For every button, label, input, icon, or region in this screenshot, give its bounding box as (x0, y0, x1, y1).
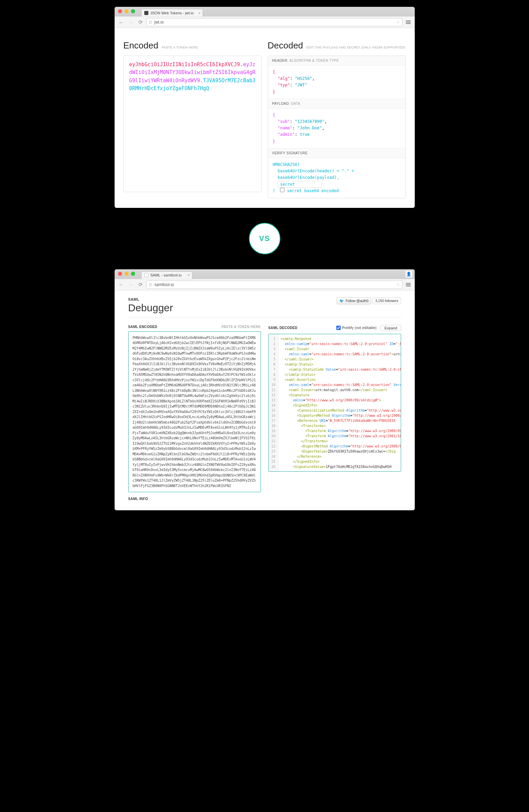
saml-decoded-box[interactable]: 1234567891011121314151617181920212223242… (268, 334, 401, 472)
window-controls (118, 272, 135, 276)
decoded-panels: HEADER: ALGORITHM & TOKEN TYPE { "alg": … (268, 56, 406, 198)
minimize-window-icon[interactable] (124, 9, 129, 13)
prettify-toggle[interactable]: Prettify (not editable) (336, 326, 377, 330)
browser-tab-strip: SAML - samltool.io × 👤 (115, 269, 415, 279)
base64-checkbox[interactable] (280, 188, 284, 192)
close-window-icon[interactable] (118, 9, 122, 13)
back-button[interactable]: ← (117, 281, 125, 288)
address-bar[interactable]: 🗋 samltool.io ☆ (146, 281, 402, 289)
decoded-heading: Decoded (268, 40, 303, 51)
signature-body: HMACSHA256( base64UrlEncode(header) + ".… (268, 158, 406, 198)
saml-title: Debugger (128, 302, 173, 314)
favicon-icon (144, 11, 148, 15)
close-window-icon[interactable] (118, 272, 122, 276)
payload-panel-title: PAYLOAD: DATA (268, 99, 406, 109)
url-text: samltool.io (155, 282, 174, 287)
secret-input[interactable] (278, 181, 322, 188)
bookmark-icon[interactable]: ☆ (396, 282, 400, 287)
xml-code: <samlp:Response xmlns:samlp="urn:oasis:n… (279, 334, 401, 471)
saml-decoded-column: SAML DECODED Prettify (not editable) Exp… (268, 325, 401, 501)
hamburger-menu-icon[interactable] (405, 282, 412, 288)
bookmark-icon[interactable]: ☆ (396, 20, 400, 25)
header-panel-title: HEADER: ALGORITHM & TOKEN TYPE (268, 56, 406, 66)
decoded-column: Decoded EDIT THE PAYLOAD AND SECRET (ONL… (268, 40, 406, 198)
close-tab-icon[interactable]: × (188, 273, 190, 277)
expand-button[interactable]: Expand (381, 325, 401, 331)
maximize-window-icon[interactable] (131, 272, 135, 276)
hamburger-menu-icon[interactable] (405, 19, 412, 25)
encoded-hint: PASTE A TOKEN HERE (162, 46, 198, 49)
saml-browser-window: SAML - samltool.io × 👤 ← → ⟳ 🗋 samltool.… (115, 269, 415, 511)
saml-encoded-hint: PASTE A TOKEN HERE (221, 325, 261, 329)
browser-toolbar: ← → ⟳ 🗋 jwt.io ☆ (115, 16, 415, 28)
saml-encoded-heading: SAML ENCODED (128, 325, 158, 329)
jwt-browser-window: JSON Web Tokens - jwt.io × ← → ⟳ 🗋 jwt.i… (115, 7, 415, 208)
header-json[interactable]: { "alg": "HS256", "typ": "JWT" } (268, 66, 406, 99)
token-header: eyJhbGciOiJIUzI1NiIsInR5cCI6IkpXVCJ9 (129, 61, 240, 68)
browser-toolbar: ← → ⟳ 🗋 samltool.io ☆ (115, 279, 415, 290)
forward-button[interactable]: → (127, 281, 135, 288)
encoded-token-box[interactable]: eyJhbGciOiJIUzI1NiIsInR5cCI6IkpXVCJ9.eyJ… (123, 56, 262, 192)
window-controls (118, 9, 135, 13)
forward-button[interactable]: → (127, 19, 135, 26)
favicon-icon (144, 273, 148, 277)
follow-button[interactable]: 🐦Follow @auth0 (337, 297, 371, 304)
url-text: jwt.io (155, 20, 164, 25)
encoded-heading: Encoded (123, 40, 159, 51)
site-info-icon: 🗋 (149, 283, 152, 287)
prettify-checkbox[interactable] (336, 326, 341, 330)
decoded-hint: EDIT THE PAYLOAD AND SECRET (ONLY HS256 … (307, 46, 406, 49)
saml-info-heading: SAML INFO (128, 497, 261, 501)
twitter-icon: 🐦 (339, 299, 344, 303)
reload-button[interactable]: ⟳ (137, 281, 144, 288)
site-info-icon: 🗋 (149, 20, 152, 24)
browser-tab[interactable]: JSON Web Tokens - jwt.io × (141, 9, 203, 16)
saml-page: SAML Debugger 🐦Follow @auth0 3,150 follo… (115, 290, 415, 511)
signature-panel-title: VERIFY SIGNATURE (268, 148, 406, 158)
close-tab-icon[interactable]: × (198, 11, 200, 15)
vs-badge: VS (249, 223, 280, 254)
reload-button[interactable]: ⟳ (137, 18, 144, 26)
profile-icon[interactable]: 👤 (405, 270, 413, 278)
address-bar[interactable]: 🗋 jwt.io ☆ (146, 18, 402, 26)
divider (128, 318, 401, 318)
payload-json[interactable]: { "sub": "1234567890", "name": "John Doe… (268, 109, 406, 148)
saml-encoded-box[interactable]: PHNhbWxwOlJlc3BvbnNlIHhtbG5zOnNhbWxwPSJ1… (128, 331, 261, 493)
base64-checkbox-label[interactable]: secret base64 encoded (280, 188, 339, 193)
back-button[interactable]: ← (117, 19, 125, 26)
saml-brand: SAML (128, 297, 173, 301)
saml-encoded-column: SAML ENCODED PASTE A TOKEN HERE PHNhbWxw… (128, 325, 261, 501)
tab-title: JSON Web Tokens - jwt.io (150, 11, 194, 15)
tab-title: SAML - samltool.io (150, 273, 182, 277)
line-gutter: 1234567891011121314151617181920212223242… (269, 334, 279, 471)
twitter-follow: 🐦Follow @auth0 3,150 followers (337, 297, 401, 304)
minimize-window-icon[interactable] (124, 272, 129, 276)
browser-tab[interactable]: SAML - samltool.io × (141, 271, 192, 279)
maximize-window-icon[interactable] (131, 9, 135, 13)
jwt-page: Encoded PASTE A TOKEN HERE eyJhbGciOiJIU… (115, 28, 415, 208)
saml-decoded-heading: SAML DECODED (268, 326, 298, 330)
browser-tab-strip: JSON Web Tokens - jwt.io × (115, 7, 415, 16)
encoded-column: Encoded PASTE A TOKEN HERE eyJhbGciOiJIU… (123, 40, 262, 198)
vs-divider: VS (115, 208, 415, 269)
follower-count: 3,150 followers (372, 298, 401, 304)
